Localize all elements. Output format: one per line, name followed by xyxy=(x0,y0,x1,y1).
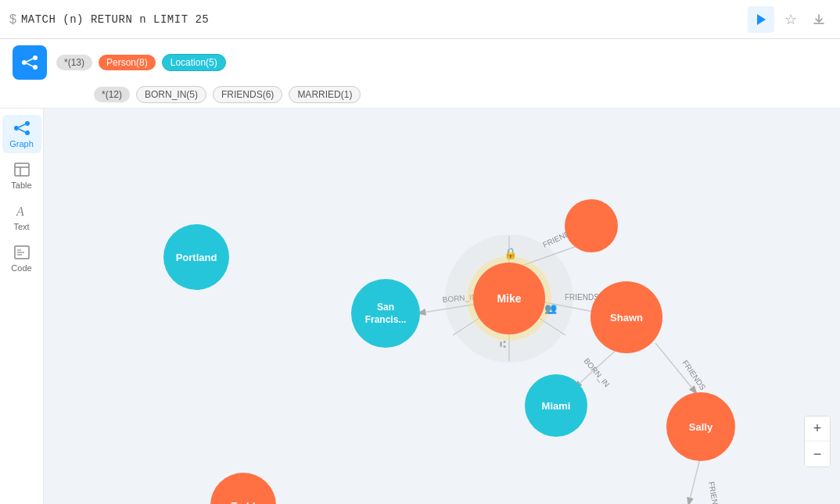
main-area: Graph Table A Text Code xyxy=(0,109,840,504)
svg-point-1 xyxy=(22,60,27,65)
node-SanFrancisco[interactable] xyxy=(351,279,420,348)
label-SF2: Francis... xyxy=(365,314,407,325)
query-dollar: $ xyxy=(9,13,16,27)
sidebar-label-text: Text xyxy=(13,222,29,231)
svg-point-2 xyxy=(33,55,38,60)
label-Mike: Mike xyxy=(497,292,521,305)
star-button[interactable]: ☆ xyxy=(779,8,802,31)
node-filter-row: *(13) Person(8) Location(5) xyxy=(53,45,831,80)
svg-point-6 xyxy=(14,126,19,130)
node-Todd[interactable] xyxy=(210,473,276,504)
born-in-tag[interactable]: BORN_IN(5) xyxy=(136,86,206,103)
label-Todd: Todd xyxy=(232,500,256,504)
married-tag[interactable]: MARRIED(1) xyxy=(289,86,361,103)
query-input[interactable]: MATCH (n) RETURN n LIMIT 25 xyxy=(21,13,741,26)
sidebar-label-graph: Graph xyxy=(9,139,34,148)
sidebar: Graph Table A Text Code xyxy=(0,109,44,504)
label-Miami: Miami xyxy=(542,400,571,412)
label-Portland: Portland xyxy=(176,252,217,263)
sidebar-label-code: Code xyxy=(11,263,31,273)
svg-rect-11 xyxy=(15,163,29,176)
svg-line-4 xyxy=(27,59,33,62)
graph-icon-active[interactable] xyxy=(13,45,47,80)
all-rels-tag[interactable]: *(12) xyxy=(94,87,130,102)
zoom-controls: + − xyxy=(804,416,831,467)
graph-canvas[interactable]: BORN_IN FRIENDS FRIENDS BORN_IN FRIENDS … xyxy=(44,109,840,504)
svg-line-9 xyxy=(19,124,25,127)
friends-tag[interactable]: FRIENDS(6) xyxy=(213,86,282,103)
person-tag[interactable]: Person(8) xyxy=(99,55,156,70)
svg-point-3 xyxy=(33,65,38,70)
svg-marker-0 xyxy=(757,14,766,25)
svg-point-7 xyxy=(25,121,30,126)
rel-filter-row: *(12) BORN_IN(5) FRIENDS(6) MARRIED(1) xyxy=(53,86,831,103)
zoom-out-button[interactable]: − xyxy=(805,441,830,466)
query-bar: $ MATCH (n) RETURN n LIMIT 25 ☆ xyxy=(0,0,840,39)
sidebar-label-table: Table xyxy=(11,181,31,190)
run-button[interactable] xyxy=(748,6,774,33)
edge-label-bornin-miami: BORN_IN xyxy=(582,356,611,388)
label-Sally: Sally xyxy=(689,421,713,433)
svg-text:A: A xyxy=(16,205,24,218)
svg-line-5 xyxy=(27,63,33,66)
location-tag[interactable]: Location(5) xyxy=(162,54,226,71)
graph-svg: BORN_IN FRIENDS FRIENDS BORN_IN FRIENDS … xyxy=(44,109,840,504)
sidebar-item-code[interactable]: Code xyxy=(2,239,41,277)
zoom-in-button[interactable]: + xyxy=(805,416,830,441)
svg-point-8 xyxy=(25,130,30,135)
sidebar-item-text[interactable]: A Text xyxy=(2,198,41,236)
sidebar-item-graph[interactable]: Graph xyxy=(2,115,41,153)
edge-sally-steve xyxy=(688,456,701,504)
edge-label-friends-salsteve: FRIENDS xyxy=(707,481,722,504)
edge-label-friends-ss: FRIENDS xyxy=(680,359,707,392)
filter-bar: *(13) Person(8) Location(5) *(12) BORN_I… xyxy=(0,39,840,109)
sidebar-item-table[interactable]: Table xyxy=(2,156,41,195)
node-TopOrange[interactable] xyxy=(565,199,618,252)
label-SF1: San xyxy=(377,302,394,313)
download-button[interactable] xyxy=(807,8,831,31)
label-Shawn: Shawn xyxy=(610,312,643,323)
all-nodes-tag[interactable]: *(13) xyxy=(56,55,92,70)
svg-line-10 xyxy=(19,129,25,132)
